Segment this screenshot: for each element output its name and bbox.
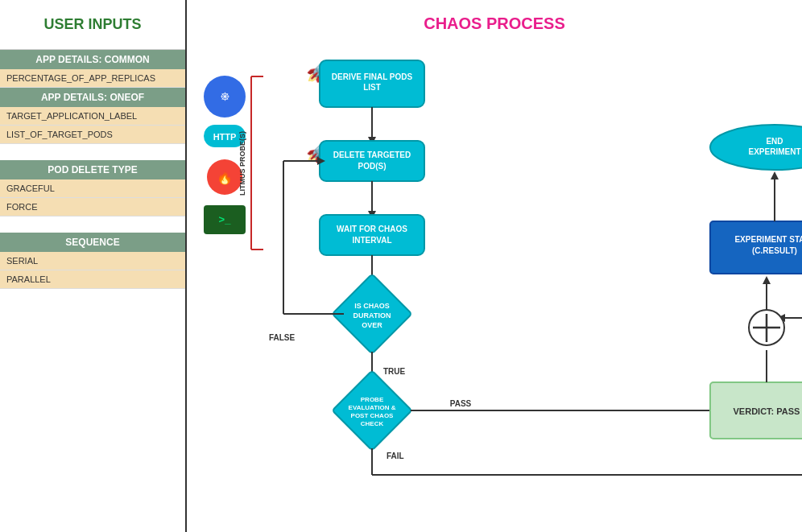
item-force: FORCE bbox=[0, 198, 185, 217]
wait-chaos-text1: WAIT FOR CHAOS bbox=[337, 225, 407, 233]
user-inputs-title: USER INPUTS bbox=[0, 0, 185, 50]
right-panel: CHAOS PROCESS ⎈ HTTP 🔥 >_ LITMUS PROBE(S… bbox=[187, 0, 802, 532]
fail-label: FAIL bbox=[387, 452, 404, 460]
item-target-label: TARGET_APPLICATION_LABEL bbox=[0, 107, 185, 126]
wait-chaos-text2: INTERVAL bbox=[352, 236, 391, 245]
item-percentage: PERCENTAGE_OF_APP_REPLICAS bbox=[0, 69, 185, 88]
arrowhead-exp-up bbox=[771, 171, 779, 179]
false-label: FALSE bbox=[269, 333, 296, 342]
section-header-pod-delete: POD DELETE TYPE bbox=[0, 160, 185, 179]
item-serial: SERIAL bbox=[0, 252, 185, 270]
chaos-duration-text2: DURATION bbox=[353, 311, 391, 320]
derive-pods-text1: DERIVE FINAL PODS bbox=[332, 72, 413, 81]
chaos-process-title: CHAOS PROCESS bbox=[187, 0, 802, 39]
item-list-pods: LIST_OF_TARGET_PODS bbox=[0, 126, 185, 144]
chaos-duration-text1: IS CHAOS bbox=[354, 302, 390, 310]
section-header-common: APP DETAILS: COMMON bbox=[0, 50, 185, 69]
experiment-state-text1: EXPERIMENT STATE bbox=[734, 235, 802, 244]
probe-eval-text1: PROBE bbox=[361, 396, 384, 403]
kubernetes-icon-text: ⎈ bbox=[221, 88, 229, 104]
section-header-oneof: APP DETAILS: ONEOF bbox=[0, 88, 185, 107]
probe-eval-text3: POST CHAOS bbox=[351, 412, 395, 419]
delete-pods-box bbox=[320, 141, 424, 181]
end-experiment-text2: EXPERIMENT bbox=[748, 147, 800, 156]
probe-eval-text4: CHECK bbox=[361, 420, 384, 427]
fire-icon-text: 🔥 bbox=[217, 170, 233, 185]
experiment-state-text2: (C.RESULT) bbox=[752, 246, 797, 255]
true-label: TRUE bbox=[383, 367, 406, 376]
item-parallel: PARALLEL bbox=[0, 270, 185, 289]
derive-pods-text2: LIST bbox=[363, 83, 381, 92]
left-panel: USER INPUTS APP DETAILS: COMMON PERCENTA… bbox=[0, 0, 187, 532]
section-header-sequence: SEQUENCE bbox=[0, 233, 185, 252]
delete-pods-text2: POD(S) bbox=[358, 162, 387, 171]
arrowhead-circle-up bbox=[763, 276, 771, 284]
flowchart-svg: ⎈ HTTP 🔥 >_ LITMUS PROBE(S) 🚀 DERIVE FIN… bbox=[187, 44, 802, 532]
end-experiment-text1: END bbox=[766, 137, 783, 146]
http-label: HTTP bbox=[213, 132, 237, 142]
verdict-pass-text: VERDICT: PASS bbox=[734, 406, 800, 416]
delete-pods-text1: DELETE TARGETED bbox=[333, 151, 411, 159]
litmus-probe-label: LITMUS PROBE(S) bbox=[238, 131, 246, 196]
chaos-duration-text3: OVER bbox=[362, 321, 382, 329]
item-graceful: GRACEFUL bbox=[0, 179, 185, 198]
terminal-text: >_ bbox=[219, 213, 232, 225]
wait-chaos-box bbox=[320, 215, 424, 255]
pass-label: PASS bbox=[450, 399, 472, 408]
probe-eval-text2: EVALUATION & bbox=[349, 404, 396, 411]
